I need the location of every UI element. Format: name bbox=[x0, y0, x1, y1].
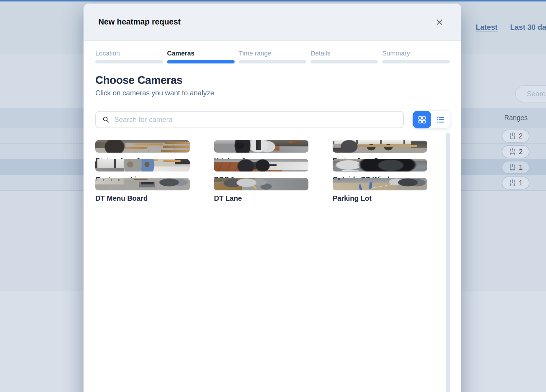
step-label: Details bbox=[310, 50, 378, 57]
camera-card[interactable]: Outside DT Window bbox=[333, 159, 427, 172]
background-search-placeholder: Search bbox=[527, 90, 546, 98]
background-search-input[interactable]: Search bbox=[515, 85, 546, 102]
camera-search-input[interactable] bbox=[114, 115, 380, 124]
badge-slot: 2 bbox=[502, 128, 529, 144]
camera-thumbnail[interactable] bbox=[95, 178, 190, 190]
wizard-step[interactable]: Location bbox=[95, 50, 163, 63]
camera-name: DT Lane bbox=[214, 194, 308, 203]
camera-name: DT Menu Board bbox=[95, 194, 190, 203]
wizard-step[interactable]: Time range bbox=[239, 50, 306, 63]
badge-slot: 1 bbox=[502, 159, 529, 175]
range-histogram-icon bbox=[509, 132, 516, 140]
grid-view-button[interactable] bbox=[413, 111, 431, 128]
camera-thumbnail[interactable] bbox=[214, 159, 308, 172]
modal-title: New heatmap request bbox=[98, 17, 181, 27]
badge-count: 2 bbox=[519, 132, 523, 140]
camera-thumbnail[interactable] bbox=[214, 140, 308, 153]
range-histogram-icon bbox=[509, 148, 516, 155]
step-progress-bar bbox=[382, 60, 450, 63]
step-label: Location bbox=[95, 50, 163, 57]
range-badge[interactable]: 1 bbox=[502, 177, 529, 190]
modal-header: New heatmap request bbox=[84, 4, 461, 41]
step-progress-bar bbox=[95, 60, 163, 63]
close-button[interactable] bbox=[434, 16, 445, 28]
range-badge[interactable]: 2 bbox=[502, 130, 529, 143]
range-histogram-icon bbox=[509, 179, 516, 187]
badge-slot: 1 bbox=[502, 175, 529, 191]
time-filter-links: Latest Last 30 days bbox=[476, 23, 546, 32]
badge-count: 2 bbox=[519, 148, 523, 156]
camera-card[interactable]: Dining Area 2 bbox=[333, 140, 427, 153]
new-heatmap-request-modal: New heatmap request Location Cameras Tim… bbox=[84, 4, 461, 392]
camera-card[interactable]: Customer Line bbox=[95, 159, 190, 172]
wizard-step[interactable]: Summary bbox=[382, 50, 450, 63]
step-progress-bar bbox=[167, 60, 235, 63]
step-progress-bar bbox=[239, 60, 306, 63]
camera-search-row bbox=[95, 111, 450, 128]
list-view-button[interactable] bbox=[431, 111, 450, 128]
camera-thumbnail[interactable] bbox=[333, 178, 427, 190]
camera-thumbnail[interactable] bbox=[95, 159, 190, 172]
step-label: Cameras bbox=[167, 50, 235, 57]
cameras-grid: Dining Area 1 Kitchen 1 Dining Area 2 Cu… bbox=[95, 140, 450, 197]
modal-body: Location Cameras Time range Details Summ… bbox=[84, 41, 461, 197]
choose-cameras-subheading: Click on cameras you want to analyze bbox=[95, 89, 450, 97]
camera-card[interactable]: Dining Area 1 bbox=[95, 140, 190, 153]
badge-slot: 2 bbox=[502, 144, 529, 159]
camera-card[interactable]: Kitchen 1 bbox=[214, 140, 308, 153]
view-toggle-group bbox=[413, 111, 450, 128]
choose-cameras-heading: Choose Cameras bbox=[95, 74, 450, 86]
camera-card[interactable]: DT Menu Board bbox=[95, 178, 190, 190]
camera-card[interactable]: DT Lane bbox=[214, 178, 308, 190]
steps-row: Location Cameras Time range Details Summ… bbox=[95, 50, 450, 63]
search-icon bbox=[102, 116, 109, 123]
step-progress-bar bbox=[310, 60, 378, 63]
step-label: Time range bbox=[239, 50, 306, 57]
latest-link[interactable]: Latest bbox=[476, 23, 498, 31]
range-badge[interactable]: 1 bbox=[502, 161, 529, 174]
camera-search-box bbox=[95, 111, 404, 128]
camera-name: Parking Lot bbox=[333, 194, 427, 203]
wizard-step[interactable]: Details bbox=[310, 50, 378, 63]
wizard-step[interactable]: Cameras bbox=[167, 50, 235, 63]
camera-thumbnail[interactable] bbox=[214, 178, 308, 190]
camera-card[interactable]: Parking Lot bbox=[333, 178, 427, 190]
camera-card[interactable]: POS 1 bbox=[214, 159, 308, 172]
camera-thumbnail[interactable] bbox=[333, 140, 427, 153]
last-30-days-link[interactable]: Last 30 days bbox=[510, 23, 546, 31]
close-icon bbox=[435, 18, 444, 26]
ranges-column-header: Ranges bbox=[498, 114, 534, 122]
badge-count: 1 bbox=[519, 163, 523, 172]
range-histogram-icon bbox=[509, 164, 516, 171]
camera-thumbnail[interactable] bbox=[95, 140, 190, 153]
step-label: Summary bbox=[382, 50, 450, 57]
modal-scrollbar[interactable] bbox=[446, 133, 450, 392]
range-badge[interactable]: 2 bbox=[502, 145, 529, 158]
camera-thumbnail[interactable] bbox=[333, 159, 427, 172]
list-view-icon bbox=[437, 116, 444, 124]
badge-count: 1 bbox=[519, 179, 523, 187]
grid-view-icon bbox=[418, 116, 426, 124]
